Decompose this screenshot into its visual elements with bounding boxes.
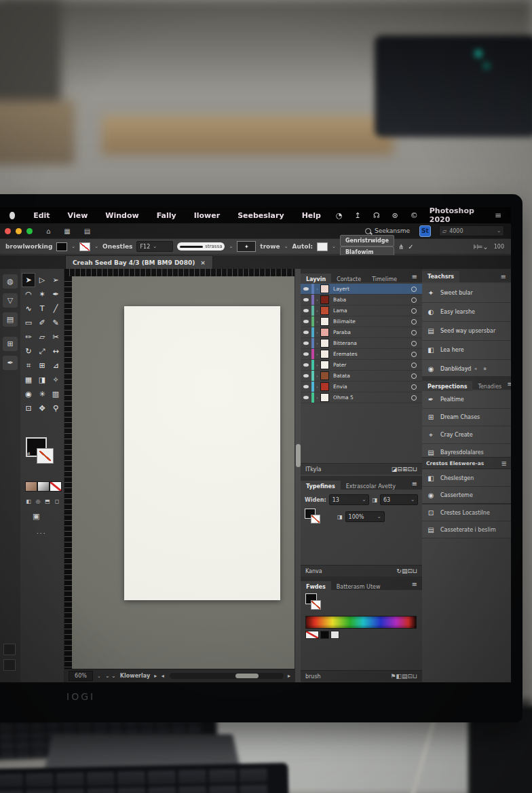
layer-name[interactable]: Bitterana: [333, 340, 411, 346]
tool-button[interactable]: ✧: [49, 373, 62, 387]
panels-icon[interactable]: ▤: [84, 227, 90, 235]
target-circle-icon[interactable]: [411, 352, 417, 357]
color-mode-button[interactable]: [25, 481, 37, 492]
tool-button[interactable]: ✳: [35, 387, 49, 401]
menu-item[interactable]: View: [59, 211, 97, 220]
style-swatch[interactable]: [317, 242, 328, 251]
swap-fill-stroke-icon[interactable]: ⇄: [26, 451, 31, 457]
menu-item[interactable]: Seebeslary: [229, 211, 293, 220]
panel-footer-icon[interactable]: ⊔: [413, 568, 417, 574]
visibility-toggle[interactable]: [301, 352, 311, 356]
tool-button[interactable]: ∿: [22, 301, 35, 316]
target-circle-icon[interactable]: [411, 384, 417, 390]
tool-button[interactable]: ⤢: [35, 344, 49, 358]
layer-thumbnail[interactable]: [320, 317, 329, 326]
layer-row[interactable]: › Ohma 5: [301, 392, 422, 403]
strip-icon[interactable]: ▸: [456, 366, 459, 371]
blend-select[interactable]: 63⌄: [380, 494, 418, 505]
layer-name[interactable]: Batata: [333, 373, 411, 379]
visibility-toggle[interactable]: [301, 396, 311, 399]
shapes-dock-icon[interactable]: ◍: [3, 274, 18, 289]
tool-button[interactable]: ◉: [22, 387, 35, 401]
chevron-down-icon[interactable]: ⌄: [71, 244, 75, 249]
artboard[interactable]: [124, 306, 280, 600]
strip-icon[interactable]: ◂: [474, 366, 477, 371]
tool-button[interactable]: ↻: [22, 344, 35, 358]
layer-row[interactable]: › Batata: [301, 371, 422, 382]
status-icon[interactable]: ☊: [367, 211, 386, 220]
layer-name[interactable]: Ohma 5: [333, 394, 411, 401]
disclosure-icon[interactable]: ›: [314, 287, 320, 291]
menu-item[interactable]: Window: [96, 211, 147, 220]
dock-swatch[interactable]: [3, 659, 16, 671]
tool-button[interactable]: ✎: [49, 316, 62, 330]
disclosure-icon[interactable]: ›: [314, 330, 320, 335]
status-chevrons[interactable]: ⌄ ⌄: [105, 673, 116, 679]
layer-thumbnail[interactable]: [320, 295, 329, 304]
layer-thumbnail[interactable]: [320, 382, 329, 391]
tool-button[interactable]: ↔: [49, 344, 62, 358]
target-circle-icon[interactable]: [411, 373, 417, 379]
layer-name[interactable]: Eremates: [333, 351, 411, 357]
disclosure-icon[interactable]: ›: [314, 395, 320, 400]
creators-item[interactable]: ▤ Casseterate i beslim: [422, 521, 511, 538]
align-icon[interactable]: ⌄: [482, 243, 488, 251]
panel-menu-icon[interactable]: ≡: [412, 580, 422, 590]
status-icon[interactable]: ⊛: [386, 211, 404, 220]
tool-button[interactable]: ✐: [35, 316, 49, 330]
color-spectrum-bar[interactable]: [305, 616, 417, 629]
document-tab[interactable]: Creah Seed Bay 4/3 (BM BM9 D080) ×: [65, 255, 213, 269]
transform-icon[interactable]: ⋔: [398, 243, 404, 251]
panel-footer-icon[interactable]: ⊡: [407, 466, 413, 473]
panel-footer-icon[interactable]: ⊔: [413, 466, 417, 473]
layer-row[interactable]: › Lama: [301, 306, 422, 316]
layer-row[interactable]: › Bilimaite: [301, 316, 422, 327]
dock-swatch[interactable]: [3, 644, 16, 655]
none-swatch[interactable]: [305, 631, 319, 639]
creators-item[interactable]: ◉ Casserteme: [422, 487, 511, 504]
check-icon[interactable]: ✓: [408, 243, 413, 251]
tool-button[interactable]: ▭: [22, 316, 35, 330]
chevron-down-icon[interactable]: ⌄: [332, 244, 336, 249]
target-circle-icon[interactable]: [411, 308, 417, 314]
chevron-down-icon[interactable]: ⌄: [94, 244, 98, 249]
panel-footer-icon[interactable]: ⊡: [407, 673, 413, 680]
layers-dock-icon[interactable]: ▤: [3, 312, 18, 327]
disclosure-icon[interactable]: ›: [314, 308, 320, 313]
disclosure-icon[interactable]: ›: [314, 363, 320, 367]
brush-preview[interactable]: ✦: [237, 241, 256, 252]
layer-thumbnail[interactable]: [320, 284, 329, 293]
library-item[interactable]: ◐ Easy learshe: [422, 303, 511, 322]
tool-button[interactable]: ▷: [35, 273, 49, 287]
menu-item[interactable]: Fally: [148, 211, 185, 220]
layer-thumbnail[interactable]: [320, 393, 329, 402]
panel-footer-icon[interactable]: ◧: [396, 673, 402, 680]
chevron-down-icon[interactable]: ⌄: [229, 244, 233, 249]
visibility-toggle[interactable]: [301, 374, 311, 377]
panel-footer-icon[interactable]: ⊡: [407, 568, 413, 574]
horizontal-scrollbar[interactable]: [170, 673, 284, 679]
disclosure-icon[interactable]: ›: [314, 341, 320, 346]
close-tab-icon[interactable]: ×: [200, 259, 206, 266]
layer-thumbnail[interactable]: [320, 306, 329, 315]
visibility-toggle[interactable]: [301, 331, 311, 334]
disclosure-icon[interactable]: ›: [314, 384, 320, 389]
tool-button[interactable]: ◨: [35, 373, 49, 387]
layer-thumbnail[interactable]: [320, 361, 329, 369]
target-circle-icon[interactable]: [411, 363, 417, 368]
creators-item[interactable]: ◧ Cheslestgen: [422, 470, 511, 487]
panel-footer-icon[interactable]: ⊟: [397, 466, 402, 473]
style-select[interactable]: F12⌄: [136, 241, 173, 252]
gallery-icon[interactable]: ▦: [64, 227, 70, 235]
tool-button[interactable]: ➢: [49, 273, 62, 287]
creators-section-header[interactable]: Crestos Eleswere-as ≡: [422, 457, 511, 469]
disclosure-icon[interactable]: ›: [314, 352, 320, 356]
layer-row[interactable]: › Envia: [301, 382, 422, 392]
canvas-area[interactable]: 60% ⌄ ⌄ ⌄ Klowerlay ▸ ◂ ▸: [64, 269, 294, 682]
minimize-window-button[interactable]: [16, 228, 22, 234]
properties-item[interactable]: ⊞ Dream Chases: [422, 409, 511, 426]
curves-dock-icon[interactable]: ▽: [3, 293, 18, 308]
status-icon[interactable]: ↥: [349, 211, 367, 220]
close-window-button[interactable]: [5, 228, 11, 234]
mini-fill-stroke[interactable]: [305, 593, 326, 612]
